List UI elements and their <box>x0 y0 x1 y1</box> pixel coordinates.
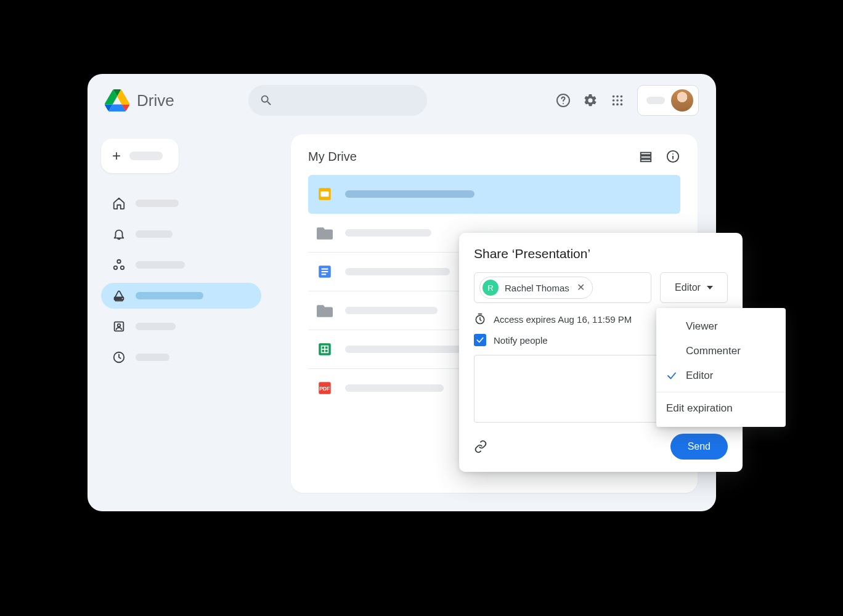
copy-link-icon[interactable] <box>474 440 487 453</box>
file-name-placeholder <box>345 346 462 353</box>
file-name-placeholder <box>345 229 431 237</box>
pdf-icon: PDF <box>317 380 333 396</box>
new-button[interactable]: + <box>101 139 179 173</box>
role-option-edit-expiration[interactable]: Edit expiration <box>656 396 786 421</box>
user-avatar <box>671 89 693 111</box>
person-avatar-icon: R <box>483 280 499 296</box>
svg-point-1 <box>563 103 564 104</box>
new-button-label-placeholder <box>129 152 163 160</box>
remove-person-icon[interactable]: ✕ <box>576 283 586 293</box>
svg-point-11 <box>117 260 121 264</box>
svg-point-17 <box>118 324 121 327</box>
notify-checkbox[interactable] <box>474 334 486 346</box>
file-name-placeholder <box>345 268 450 275</box>
sidebar-item-mydrive[interactable] <box>101 283 261 309</box>
svg-rect-19 <box>641 153 651 155</box>
timer-icon <box>474 313 486 325</box>
clock-icon <box>112 351 126 364</box>
sidebar-label-placeholder <box>136 292 203 299</box>
role-dropdown[interactable]: Editor <box>660 272 728 303</box>
svg-rect-30 <box>322 274 327 275</box>
svg-point-15 <box>122 298 123 299</box>
sidebar-label-placeholder <box>136 230 173 238</box>
role-menu: Viewer Commenter Editor Edit expiration <box>656 308 786 427</box>
svg-point-3 <box>616 95 619 98</box>
folder-icon <box>317 225 333 241</box>
svg-rect-26 <box>321 192 329 197</box>
app-title: Drive <box>137 91 174 110</box>
svg-point-10 <box>621 103 623 106</box>
svg-point-7 <box>621 99 623 102</box>
list-layout-icon[interactable] <box>638 149 653 164</box>
sidebar-item-activity[interactable] <box>101 221 261 247</box>
file-row-slides[interactable] <box>308 175 680 214</box>
role-option-commenter[interactable]: Commenter <box>656 339 786 363</box>
folder-icon <box>317 302 333 318</box>
settings-icon[interactable] <box>583 93 598 108</box>
expiry-text: Access expires Aug 16, 11:59 PM <box>494 314 632 325</box>
header-actions <box>556 85 699 116</box>
sidebar: + <box>101 139 261 370</box>
page-title: My Drive <box>308 150 357 164</box>
menu-divider <box>656 392 786 392</box>
svg-point-13 <box>121 266 124 270</box>
svg-point-6 <box>616 99 619 102</box>
chevron-down-icon <box>707 286 713 290</box>
svg-point-2 <box>613 95 615 98</box>
svg-point-4 <box>621 95 623 98</box>
notify-label: Notify people <box>494 335 548 346</box>
people-input[interactable]: R Rachel Thomas ✕ <box>474 272 651 303</box>
check-icon <box>666 370 678 381</box>
info-icon[interactable] <box>666 149 680 164</box>
logo-area: Drive <box>105 89 174 111</box>
workspaces-icon <box>112 258 126 272</box>
svg-point-9 <box>616 103 619 106</box>
help-icon[interactable] <box>556 93 571 108</box>
sidebar-label-placeholder <box>136 354 169 361</box>
sidebar-item-recent[interactable] <box>101 344 261 370</box>
sidebar-item-workspaces[interactable] <box>101 252 261 278</box>
person-chip: R Rachel Thomas ✕ <box>479 277 593 299</box>
share-dialog-title: Share ‘Presentation’ <box>474 246 728 261</box>
sidebar-item-home[interactable] <box>101 190 261 216</box>
sidebar-label-placeholder <box>136 261 185 269</box>
svg-rect-29 <box>322 271 328 272</box>
file-name-placeholder <box>345 190 474 198</box>
file-name-placeholder <box>345 307 438 314</box>
apps-icon[interactable] <box>610 93 625 108</box>
drive-logo-icon <box>105 89 129 111</box>
search-bar[interactable] <box>248 85 427 116</box>
account-switcher[interactable] <box>637 85 699 116</box>
sidebar-item-shared[interactable] <box>101 314 261 339</box>
file-name-placeholder <box>345 384 444 392</box>
sidebar-label-placeholder <box>136 200 179 207</box>
send-button[interactable]: Send <box>670 434 728 460</box>
sheets-icon <box>317 341 333 357</box>
person-name: Rachel Thomas <box>505 283 569 293</box>
svg-text:PDF: PDF <box>319 386 330 392</box>
account-label-placeholder <box>646 97 665 104</box>
slides-icon <box>317 186 333 202</box>
docs-icon <box>317 264 333 280</box>
role-option-editor[interactable]: Editor <box>656 363 786 388</box>
home-icon <box>112 197 126 210</box>
svg-rect-21 <box>641 160 651 162</box>
svg-rect-20 <box>641 156 651 158</box>
search-icon <box>259 94 273 107</box>
plus-icon: + <box>112 148 121 163</box>
header: Drive <box>88 74 716 122</box>
svg-point-5 <box>613 99 615 102</box>
role-option-viewer[interactable]: Viewer <box>656 314 786 339</box>
role-dropdown-label: Editor <box>675 282 701 293</box>
shared-icon <box>112 320 126 333</box>
bell-icon <box>112 227 126 241</box>
svg-point-12 <box>114 266 118 270</box>
drive-icon <box>112 289 126 302</box>
svg-point-24 <box>672 153 674 155</box>
svg-rect-28 <box>322 269 328 270</box>
svg-point-8 <box>613 103 615 106</box>
sidebar-label-placeholder <box>136 323 176 330</box>
